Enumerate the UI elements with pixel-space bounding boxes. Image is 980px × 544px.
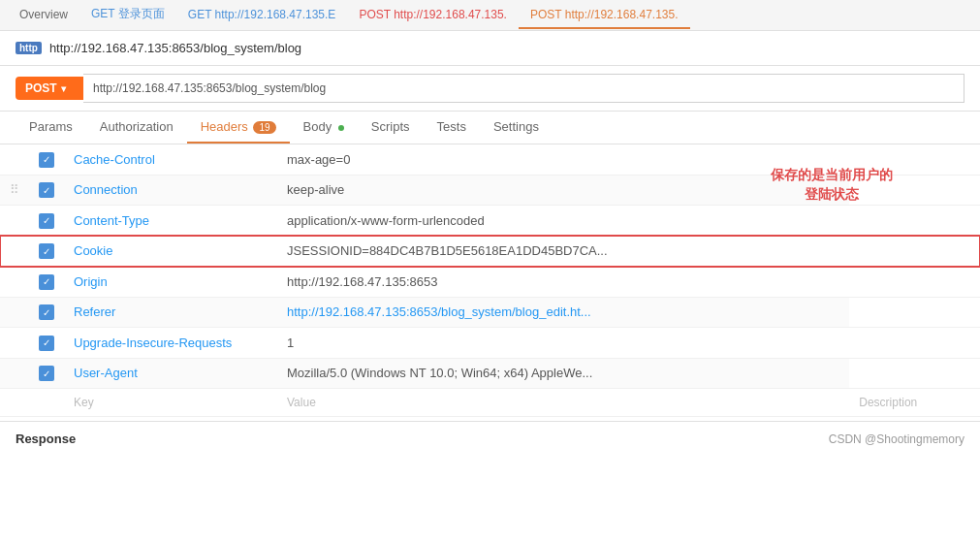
empty-description[interactable]: Description [849,389,980,417]
header-key: Referer [64,297,277,328]
tabs-row: Params Authorization Headers 19 Body Scr… [0,112,980,144]
request-bar: POST ▾ [0,66,980,112]
checkbox-icon[interactable]: ✓ [39,336,54,351]
drag-handle [0,328,29,359]
tab-settings[interactable]: Settings [480,112,553,144]
tab-scripts[interactable]: Scripts [358,112,424,144]
method-label: POST [25,81,57,95]
drag-handle [0,267,29,298]
tab-body[interactable]: Body [290,112,358,144]
table-row: ✓Upgrade-Insecure-Requests1 [0,328,980,359]
empty-check [29,389,64,417]
empty-value[interactable]: Value [277,389,849,417]
header-key: Upgrade-Insecure-Requests [64,328,277,359]
drag-handle [0,236,29,267]
row-checkbox[interactable]: ✓ [29,175,64,206]
row-checkbox[interactable]: ✓ [29,206,64,237]
url-icon: http [16,42,42,54]
row-checkbox[interactable]: ✓ [29,328,64,359]
header-key: User-Agent [64,358,277,389]
checkbox-icon[interactable]: ✓ [39,274,54,290]
header-key: Connection [64,175,277,206]
tab-headers-label: Headers [201,119,248,134]
http-badge: http [16,42,42,54]
row-checkbox[interactable]: ✓ [29,297,64,328]
csdn-label: CSDN @Shootingmemory [829,432,964,446]
table-row: ✓Originhttp://192.168.47.135:8653 [0,267,980,298]
header-value: http://192.168.47.135:8653 [277,267,849,298]
response-footer: Response CSDN @Shootingmemory [0,421,980,456]
drag-handle [0,206,29,237]
tab-get-login[interactable]: GET 登录页面 [79,0,176,30]
row-checkbox[interactable]: ✓ [29,144,64,175]
request-url-input[interactable] [83,74,964,103]
table-row: ✓User-AgentMozilla/5.0 (Windows NT 10.0;… [0,358,980,389]
drag-handle [0,144,29,175]
tab-post-active[interactable]: POST http://192.168.47.135. [519,2,690,29]
row-checkbox[interactable]: ✓ [29,236,64,267]
checkbox-icon[interactable]: ✓ [39,182,54,198]
annotation-box: 保存的是当前用户的登陆状态 [771,166,893,204]
table-row: ✓Refererhttp://192.168.47.135:8653/blog_… [0,297,980,328]
method-chevron-icon: ▾ [61,83,66,94]
row-checkbox[interactable]: ✓ [29,267,64,298]
header-value: application/x-www-form-urlencoded [277,206,849,237]
checkbox-icon[interactable]: ✓ [39,152,54,168]
top-tabs-bar: Overview GET 登录页面 GET http://192.168.47.… [0,0,980,31]
tab-get-url[interactable]: GET http://192.168.47.135.E [176,2,348,29]
header-value: Mozilla/5.0 (Windows NT 10.0; Win64; x64… [277,358,849,389]
header-value: max-age=0 [277,144,849,175]
tab-params[interactable]: Params [16,112,86,144]
tab-authorization[interactable]: Authorization [86,112,187,144]
table-wrapper: ✓Cache-Controlmax-age=0⠿✓Connectionkeep-… [0,144,980,417]
response-label: Response [16,432,76,446]
header-key: Content-Type [64,206,277,237]
checkbox-icon[interactable]: ✓ [39,304,54,320]
tab-body-label: Body [303,119,332,134]
tab-tests[interactable]: Tests [424,112,480,144]
drag-handle [0,358,29,389]
body-dot-icon [338,125,344,131]
method-selector[interactable]: POST ▾ [16,77,83,100]
tab-overview[interactable]: Overview [8,2,79,29]
header-key: Origin [64,267,277,298]
tab-headers[interactable]: Headers 19 [187,112,290,144]
header-value: http://192.168.47.135:8653/blog_system/b… [277,297,849,328]
tab-post-red[interactable]: POST http://192.168.47.135. [347,2,519,29]
row-checkbox[interactable]: ✓ [29,358,64,389]
url-bar-container: http http://192.168.47.135:8653/blog_sys… [0,31,980,66]
header-value: keep-alive [277,175,849,206]
tab-headers-badge: 19 [253,121,275,134]
header-key: Cache-Control [64,144,277,175]
url-display: http://192.168.47.135:8653/blog_system/b… [49,41,301,55]
checkbox-icon[interactable]: ✓ [39,213,54,229]
checkbox-icon[interactable]: ✓ [39,366,54,381]
checkbox-icon[interactable]: ✓ [39,243,54,259]
header-value: JSESSIONID=884DC4B7B1D5E5618EA1DD45BD7CA… [277,236,849,267]
header-value: 1 [277,328,849,359]
empty-header-row: Key Value Description [0,389,980,417]
table-row: ✓Content-Typeapplication/x-www-form-urle… [0,206,980,237]
empty-key[interactable]: Key [64,389,277,417]
drag-handle [0,297,29,328]
table-row: ✓CookieJSESSIONID=884DC4B7B1D5E5618EA1DD… [0,236,980,267]
drag-handle[interactable]: ⠿ [0,175,29,206]
header-key: Cookie [64,236,277,267]
empty-drag [0,389,29,417]
